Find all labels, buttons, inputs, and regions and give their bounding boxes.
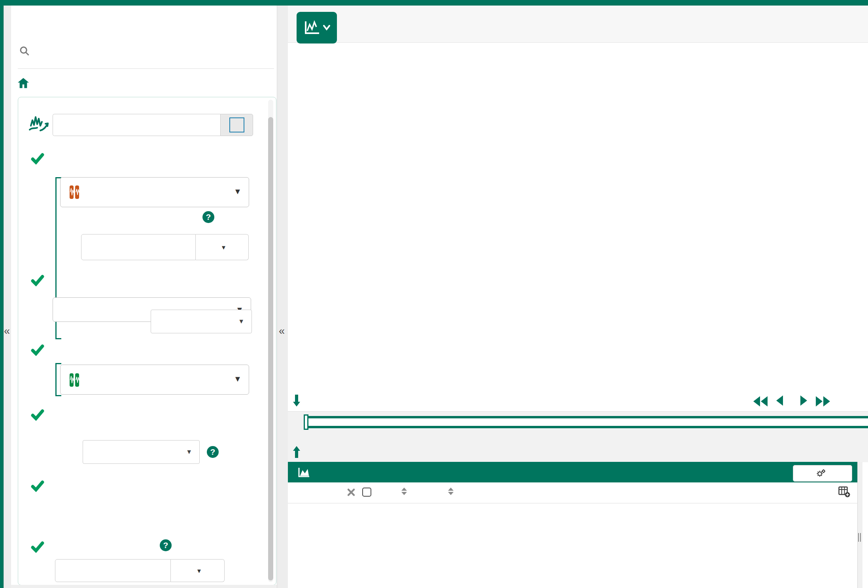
hours-per-week-chart[interactable] bbox=[288, 217, 868, 368]
select-arrow-icon: ▼ bbox=[238, 318, 244, 325]
timebar-range[interactable] bbox=[305, 416, 868, 428]
x-axis-labels bbox=[288, 373, 868, 386]
chevron-down-icon: ▼ bbox=[234, 187, 242, 196]
sort-icon[interactable] bbox=[401, 488, 407, 495]
arrow-down-icon bbox=[293, 395, 301, 406]
condition-select-dropdown[interactable]: ▼ bbox=[60, 177, 249, 207]
collapse-sidebar-icon[interactable]: « bbox=[279, 326, 285, 337]
arrow-up-icon bbox=[293, 446, 301, 458]
home-icon[interactable] bbox=[18, 78, 29, 88]
left-accent-strip bbox=[0, 6, 4, 588]
panel-resize-handle-icon[interactable] bbox=[858, 533, 861, 542]
group-bracket bbox=[55, 363, 60, 396]
details-table-header bbox=[288, 482, 857, 503]
bounding-condition-dropdown[interactable]: ▼ bbox=[60, 365, 249, 395]
sidebar-tabs bbox=[11, 6, 277, 30]
add-column-icon[interactable] bbox=[838, 486, 850, 497]
timebar-labels bbox=[288, 433, 868, 442]
convert-units-select[interactable]: ▼ bbox=[151, 310, 252, 333]
app-top-bar bbox=[0, 0, 868, 6]
color-swatch-button[interactable] bbox=[220, 114, 253, 136]
max-interpolation-input[interactable] bbox=[55, 559, 171, 582]
check-icon bbox=[31, 274, 44, 286]
collapse-left-panel-icon[interactable]: « bbox=[4, 326, 10, 337]
time-navigation bbox=[753, 395, 830, 407]
check-icon bbox=[31, 541, 44, 553]
condition-icon bbox=[69, 372, 79, 388]
condition-icon bbox=[69, 185, 79, 200]
check-icon bbox=[31, 480, 44, 492]
help-icon[interactable]: ? bbox=[202, 211, 214, 223]
timestamp-select[interactable]: ▼ bbox=[83, 440, 200, 464]
chevron-down-icon: ▼ bbox=[221, 244, 227, 251]
tool-name-input[interactable] bbox=[53, 114, 220, 136]
help-icon[interactable]: ? bbox=[207, 446, 219, 458]
sidebar-bottom-strip bbox=[11, 585, 277, 588]
step-forward-fast-button[interactable] bbox=[816, 396, 830, 406]
select-arrow-icon: ▼ bbox=[186, 448, 192, 456]
interpolation-unit-dropdown[interactable]: ▼ bbox=[171, 559, 225, 582]
interpolation-button-group bbox=[67, 509, 229, 529]
signal-from-condition-icon bbox=[28, 115, 49, 133]
trend-view-icon bbox=[303, 20, 321, 36]
compressor-power-chart[interactable] bbox=[288, 43, 868, 217]
duration-unit-dropdown[interactable]: ▼ bbox=[196, 234, 249, 260]
chevron-down-icon bbox=[323, 25, 330, 30]
select-all-checkbox[interactable] bbox=[362, 488, 371, 497]
sort-icon[interactable] bbox=[448, 488, 454, 495]
max-capsule-duration-input[interactable] bbox=[81, 234, 196, 260]
investigate-range-start bbox=[293, 446, 306, 458]
left-collapse-gutter bbox=[4, 6, 12, 588]
details-panel-header bbox=[288, 462, 857, 482]
remove-all-icon[interactable] bbox=[346, 488, 356, 497]
help-icon[interactable]: ? bbox=[160, 539, 172, 551]
chevron-down-icon: ▼ bbox=[196, 567, 202, 574]
step-back-button[interactable] bbox=[776, 395, 783, 407]
timebar-ticks bbox=[288, 429, 868, 432]
tool-panel-scrollbar-thumb[interactable] bbox=[268, 117, 273, 580]
search-icon bbox=[19, 45, 30, 57]
gears-icon bbox=[816, 469, 826, 478]
capsules-panel-sliver bbox=[862, 462, 868, 588]
breadcrumb bbox=[18, 76, 263, 90]
signal-color-swatch bbox=[229, 117, 244, 132]
display-range-start bbox=[293, 395, 306, 406]
divider bbox=[18, 68, 274, 69]
chevron-down-icon: ▼ bbox=[234, 374, 242, 384]
check-icon bbox=[31, 344, 44, 356]
filter-row bbox=[19, 41, 256, 61]
timebar-left-handle[interactable] bbox=[304, 414, 308, 430]
check-icon bbox=[31, 153, 44, 164]
details-chart-icon bbox=[298, 467, 310, 477]
step-forward-button[interactable] bbox=[800, 395, 807, 407]
view-mode-button[interactable] bbox=[297, 12, 337, 43]
trend-toolbar bbox=[288, 6, 868, 43]
check-icon bbox=[31, 409, 44, 421]
step-back-fast-button[interactable] bbox=[753, 396, 768, 406]
customize-button[interactable] bbox=[793, 465, 852, 482]
sidebar-collapse-gutter bbox=[277, 6, 289, 588]
